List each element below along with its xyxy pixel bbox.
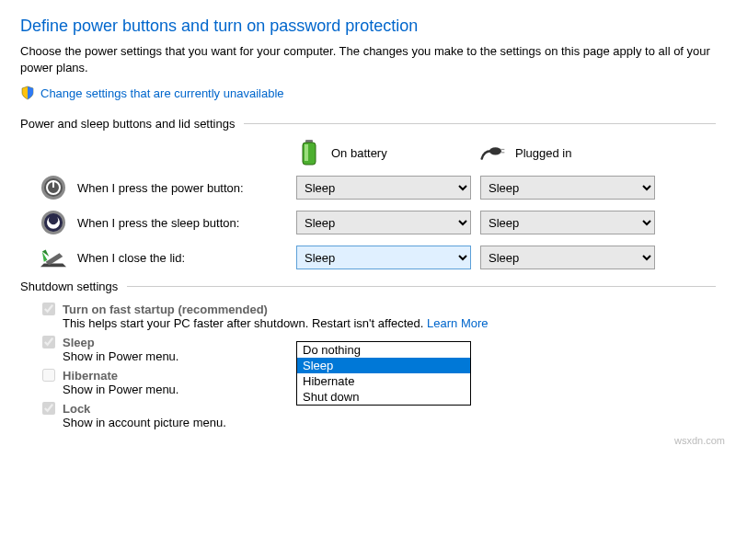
checkbox-input[interactable] bbox=[42, 336, 55, 349]
column-label: On battery bbox=[331, 146, 387, 160]
power-battery-select[interactable]: Sleep bbox=[296, 176, 471, 200]
fast-startup-checkbox[interactable]: Turn on fast startup (recommended) bbox=[42, 303, 716, 316]
checkbox-label: Lock bbox=[63, 402, 90, 416]
checkbox-label: Sleep bbox=[63, 336, 95, 349]
dropdown-option[interactable]: Do nothing bbox=[297, 342, 470, 358]
row-label-text: When I press the power button: bbox=[77, 181, 244, 195]
row-label-text: When I press the sleep button: bbox=[77, 216, 239, 230]
divider bbox=[127, 286, 716, 287]
lid-icon bbox=[40, 245, 66, 270]
checkbox-input[interactable] bbox=[42, 369, 55, 382]
fast-startup-desc: This helps start your PC faster after sh… bbox=[63, 316, 716, 330]
lock-desc: Show in account picture menu. bbox=[63, 416, 716, 429]
dropdown-option[interactable]: Hibernate bbox=[297, 373, 470, 389]
svg-rect-4 bbox=[500, 149, 504, 150]
column-label: Plugged in bbox=[515, 146, 571, 160]
checkbox-input[interactable] bbox=[42, 402, 55, 415]
svg-rect-9 bbox=[52, 180, 54, 188]
power-plugged-select[interactable]: Sleep bbox=[480, 176, 655, 200]
row-label-text: When I close the lid: bbox=[77, 251, 185, 265]
group-title: Power and sleep buttons and lid settings bbox=[20, 117, 235, 131]
checkbox-label: Turn on fast startup (recommended) bbox=[63, 303, 268, 316]
page-description: Choose the power settings that you want … bbox=[20, 43, 716, 76]
shield-icon bbox=[20, 86, 35, 100]
battery-icon bbox=[296, 140, 322, 166]
sleep-plugged-select[interactable]: Sleep bbox=[480, 211, 655, 234]
divider bbox=[244, 123, 716, 124]
page-title: Define power buttons and turn on passwor… bbox=[20, 17, 716, 36]
group-power-sleep-lid: Power and sleep buttons and lid settings bbox=[20, 117, 716, 131]
sleep-battery-select[interactable]: Sleep bbox=[296, 211, 471, 234]
sleep-icon bbox=[40, 210, 66, 235]
change-settings-link[interactable]: Change settings that are currently unava… bbox=[40, 86, 284, 100]
svg-point-3 bbox=[489, 148, 501, 155]
learn-more-link[interactable]: Learn More bbox=[427, 316, 488, 330]
checkbox-label: Hibernate bbox=[63, 369, 118, 383]
dropdown-option[interactable]: Shut down bbox=[297, 389, 470, 405]
column-plugged-in: Plugged in bbox=[480, 140, 664, 166]
svg-rect-2 bbox=[305, 144, 308, 161]
group-title: Shutdown settings bbox=[20, 280, 118, 293]
svg-point-11 bbox=[44, 213, 63, 232]
group-shutdown-settings: Shutdown settings bbox=[20, 280, 716, 293]
svg-rect-5 bbox=[500, 153, 504, 154]
dropdown-option[interactable]: Sleep bbox=[297, 358, 470, 373]
lid-battery-dropdown[interactable]: Do nothing Sleep Hibernate Shut down bbox=[296, 341, 471, 406]
row-power-button: When I press the power button: Sleep Sle… bbox=[20, 175, 716, 200]
lid-plugged-select[interactable]: Sleep bbox=[480, 246, 655, 269]
checkbox-input[interactable] bbox=[42, 303, 55, 315]
column-on-battery: On battery bbox=[296, 140, 480, 166]
power-icon bbox=[40, 175, 66, 200]
watermark: wsxdn.com bbox=[674, 435, 725, 446]
row-sleep-button: When I press the sleep button: Sleep Sle… bbox=[20, 210, 716, 235]
plug-icon bbox=[480, 140, 506, 166]
lid-battery-select[interactable]: Sleep bbox=[296, 246, 471, 269]
row-close-lid: When I close the lid: Sleep Sleep bbox=[20, 245, 716, 270]
